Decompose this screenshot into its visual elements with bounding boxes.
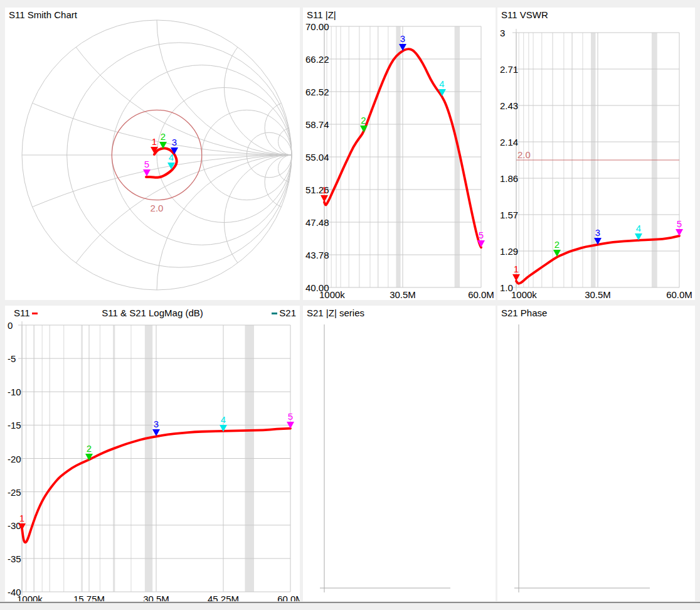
y-axis-tick-label: -20 (8, 454, 21, 464)
chart-title: S11 Smith Chart (9, 9, 77, 20)
legend-s21-label: S21 (279, 308, 296, 318)
marker-3[interactable] (152, 429, 160, 436)
x-axis-tick-label: 15.75M (64, 594, 114, 601)
chart-title: S11 VSWR (501, 9, 548, 20)
y-axis-tick-label: 2.43 (500, 100, 518, 111)
x-axis-tick-label: 1000k (511, 289, 537, 300)
marker-5-label: 5 (284, 411, 297, 422)
x-axis-tick-label: 30.5M (131, 594, 181, 601)
marker-5[interactable] (143, 169, 151, 176)
marker-4-label: 4 (216, 414, 230, 425)
y-axis-tick-label: 2.71 (500, 64, 518, 75)
y-axis-tick-label: -25 (8, 487, 21, 498)
marker-4-label: 4 (164, 152, 178, 163)
y-axis-tick-label: -35 (8, 554, 21, 564)
chart-title: S11 & S21 LogMag (dB) (5, 308, 300, 318)
marker-3-label: 3 (167, 137, 181, 147)
y-axis-tick-label: 43.78 (305, 250, 329, 260)
marker-5-label: 5 (140, 159, 154, 169)
marker-1[interactable] (512, 274, 520, 281)
marker-4-label: 4 (435, 78, 449, 89)
y-axis-tick-label: 58.74 (305, 119, 329, 130)
window-divider (0, 602, 700, 603)
marker-2[interactable] (360, 126, 368, 132)
panel-s11-z[interactable]: S11 |Z| 70.0066.2262.5258.7455.0451.2647… (303, 8, 496, 300)
panel-s11-vswr[interactable]: S11 VSWR 32.712.432.141.861.571.291.0100… (497, 8, 695, 300)
y-axis-tick-label: 0 (8, 320, 13, 331)
swr-circle-label: 2.0 (143, 203, 171, 213)
s11-z-chart-canvas[interactable]: 70.0066.2262.5258.7455.0451.2647.4843.78… (303, 8, 496, 300)
marker-5-label: 5 (672, 218, 686, 229)
chart-title: S21 Phase (501, 308, 547, 318)
marker-2-label: 2 (357, 115, 371, 126)
x-axis-tick-label: 60.0M (265, 594, 300, 601)
smith-chart-canvas[interactable]: 2.012345 (5, 8, 300, 300)
marker-2-label: 2 (550, 239, 564, 250)
marker-1-label: 1 (317, 185, 331, 195)
marker-1[interactable] (321, 195, 328, 202)
marker-2[interactable] (85, 454, 93, 461)
x-axis-tick-label: 30.5M (378, 289, 428, 300)
marker-3-label: 3 (591, 227, 605, 238)
s21-z-chart-canvas[interactable] (303, 306, 496, 601)
marker-3-label: 3 (149, 419, 163, 429)
y-axis-tick-label: 1.57 (500, 210, 518, 220)
marker-5-label: 5 (474, 230, 488, 240)
marker-2[interactable] (553, 250, 561, 257)
chart-title: S11 |Z| (307, 9, 336, 20)
marker-1[interactable] (18, 523, 26, 530)
logmag-chart-canvas[interactable]: 0-5-10-15-20-25-30-35-401000k15.75M30.5M… (5, 306, 300, 601)
x-axis-tick-label: 60.0M (456, 289, 496, 300)
logmag-plot (5, 306, 300, 601)
panel-s11-s21-logmag[interactable]: S11 S11 & S21 LogMag (dB) S21 0-5-10-15-… (5, 306, 300, 601)
vswr-reference-label: 2.0 (517, 149, 531, 160)
marker-5[interactable] (477, 240, 485, 247)
y-axis-tick-label: 2.14 (500, 137, 518, 147)
y-axis-tick-label: -10 (8, 387, 21, 397)
y-axis-tick-label: 55.04 (305, 152, 329, 163)
smith-plot (5, 8, 300, 300)
s21-trace-color-dash (272, 313, 277, 314)
y-axis-tick-label: 1.29 (500, 246, 518, 257)
marker-4[interactable] (635, 233, 642, 240)
marker-4-label: 4 (632, 223, 645, 233)
s11_z-plot (303, 8, 496, 300)
y-axis-tick-label: 70.00 (305, 21, 329, 32)
s21_phase-plot (497, 306, 695, 601)
app-window: S11 Smith Chart 2.012345 S11 |Z| 70.0066… (0, 0, 700, 610)
y-axis-tick-label: 3 (500, 28, 505, 38)
legend-s21: S21 (270, 308, 296, 318)
marker-1-label: 1 (509, 264, 523, 274)
x-axis-tick-label: 45.25M (198, 594, 248, 601)
x-axis-tick-label: 60.0M (654, 289, 695, 300)
s11-vswr-chart-canvas[interactable]: 32.712.432.141.861.571.291.01000k30.5M60… (497, 8, 695, 300)
y-axis-tick-label: 66.22 (305, 54, 329, 65)
marker-4[interactable] (438, 89, 446, 96)
panel-s11-smith-chart[interactable]: S11 Smith Chart 2.012345 (5, 8, 300, 300)
marker-4[interactable] (167, 163, 175, 169)
marker-2-label: 2 (82, 443, 96, 454)
y-axis-tick-label: 1.86 (500, 173, 518, 184)
s21-phase-chart-canvas[interactable] (497, 306, 695, 601)
y-axis-tick-label: 62.52 (305, 87, 329, 97)
marker-5[interactable] (676, 229, 683, 236)
x-axis-tick-label: 1000k (319, 289, 345, 300)
marker-4[interactable] (220, 425, 227, 432)
marker-1-label: 1 (15, 513, 29, 523)
y-axis-tick-label: 47.48 (305, 217, 329, 228)
panel-s21-z-series[interactable]: S21 |Z| series (303, 306, 496, 601)
chart-title: S21 |Z| series (307, 308, 364, 318)
panel-s21-phase[interactable]: S21 Phase (497, 306, 695, 601)
x-axis-tick-label: 30.5M (573, 289, 623, 300)
s21_z-plot (303, 306, 496, 601)
y-axis-tick-label: -15 (8, 420, 21, 431)
x-axis-tick-label: 1000k (17, 594, 43, 601)
marker-3[interactable] (594, 238, 602, 245)
y-axis-tick-label: -5 (8, 353, 16, 364)
marker-2[interactable] (159, 142, 167, 149)
marker-1[interactable] (151, 147, 158, 154)
marker-3[interactable] (399, 44, 406, 51)
marker-5[interactable] (287, 422, 294, 429)
marker-3-label: 3 (396, 33, 410, 44)
